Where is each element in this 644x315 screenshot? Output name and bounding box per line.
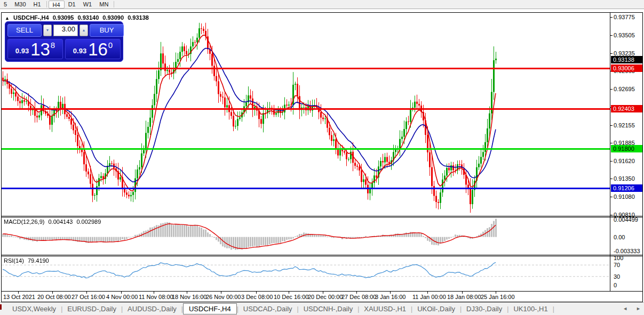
- time-axis[interactable]: 13 Oct 202120 Oct 08:0027 Oct 16:004 Nov…: [2, 291, 642, 302]
- buy-price-prefix: 0.93: [73, 47, 86, 55]
- timeframe-list: 5M30H1H4D1W1MN: [0, 0, 116, 9]
- macd-axis-tick: -0.003333: [614, 248, 640, 254]
- chart-tab-eurusd-daily[interactable]: EURUSD-,Daily: [62, 304, 121, 314]
- rsi-canvas[interactable]: [2, 256, 610, 291]
- price-axis-tick: 0.93775: [614, 14, 635, 20]
- chart-tab-audusd-daily[interactable]: AUDUSD-,Daily: [123, 304, 181, 314]
- timeframe-button-d1[interactable]: D1: [65, 1, 79, 9]
- time-axis-label: 11 Jan 00:00: [412, 294, 446, 300]
- axis-tick-mark: [610, 53, 613, 54]
- buy-price-display[interactable]: 0.93 16 0: [65, 39, 121, 59]
- trading-terminal: 5M30H1H4D1W1MN ▲ USDCHF-,H4 0.93095 0.93…: [0, 0, 644, 315]
- time-axis-label: 18 Nov 16:00: [172, 294, 206, 300]
- volume-decrease-button[interactable]: ▼: [43, 25, 52, 36]
- time-axis-label: 3 Jan 16:00: [375, 294, 406, 300]
- axis-tick-mark: [610, 161, 613, 161]
- ohlc-low: 0.93090: [102, 14, 124, 21]
- chart-tab-uk100-h1[interactable]: UK100-,H1: [508, 304, 552, 314]
- price-axis-tick: 0.91620: [614, 158, 635, 164]
- axis-tick-mark: [610, 89, 613, 90]
- sell-price-display[interactable]: 0.93 13 8: [7, 39, 63, 59]
- macd-axis: 0.0044990.00-0.003333: [610, 217, 643, 255]
- time-axis-label: 10 Dec 16:00: [274, 294, 308, 300]
- timeframe-button-5[interactable]: 5: [0, 1, 11, 9]
- chart-title: ▲ USDCHF-,H4 0.93095 0.93140 0.93090 0.9…: [5, 14, 151, 21]
- sell-button[interactable]: SELL: [7, 24, 42, 37]
- price-level-badge: 0.91206: [611, 184, 642, 192]
- ohlc-open: 0.93095: [53, 14, 74, 21]
- rsi-name: RSI(14): [4, 257, 24, 264]
- price-axis-tick: 0.93505: [614, 32, 635, 38]
- macd-pane: MACD(12,26,9) 0.004143 0.002989 0.004499…: [2, 217, 642, 255]
- rsi-value: 79.4190: [28, 257, 49, 264]
- macd-signal-value: 0.002989: [76, 219, 101, 225]
- rsi-axis: 10070300: [610, 256, 643, 291]
- price-axis-tick: 0.91080: [614, 193, 635, 200]
- time-axis-label: 11 Nov 08:00: [139, 294, 173, 300]
- price-level-badge: 0.93138: [611, 56, 642, 63]
- ohlc-high: 0.93140: [78, 14, 99, 21]
- chart-tab-xauusd-h1[interactable]: XAUUSD-,H1: [359, 304, 411, 314]
- rsi-axis-tick: 30: [614, 273, 620, 280]
- chart-tab-usdchf-h4[interactable]: USDCHF-,H4: [183, 303, 237, 314]
- rsi-pane: RSI(14) 79.4190 10070300: [2, 256, 642, 291]
- chart-tab-usdx-weekly[interactable]: USDX,Weekly: [7, 304, 61, 314]
- buy-button[interactable]: BUY: [90, 24, 124, 37]
- chart-tab-dj30-daily[interactable]: DJ30-,Daily: [462, 304, 507, 314]
- timeframe-button-mn[interactable]: MN: [96, 1, 112, 9]
- buy-price-pips: 16: [88, 42, 108, 58]
- time-axis-label: 20 Oct 08:00: [37, 294, 71, 300]
- price-axis-tick: 0.92695: [614, 86, 635, 92]
- time-axis-label: 27 Oct 16:00: [71, 294, 105, 300]
- one-click-trading-panel: SELL ▼ 3.00 ▲ BUY 0.93 13 8: [5, 21, 123, 62]
- axis-tick-mark: [610, 215, 613, 215]
- axis-tick-mark: [610, 197, 613, 197]
- toolbar-separator: [114, 1, 114, 7]
- tab-separator: |: [553, 305, 554, 313]
- price-level-badge: 0.92403: [611, 105, 642, 112]
- tab-scroll-left-icon[interactable]: ◄: [623, 306, 627, 311]
- macd-label: MACD(12,26,9) 0.004143 0.002989: [4, 219, 103, 225]
- rsi-axis-tick: 70: [614, 262, 620, 268]
- sell-price-prefix: 0.93: [15, 47, 29, 55]
- volume-increase-button[interactable]: ▲: [79, 25, 88, 36]
- rsi-label: RSI(14) 79.4190: [4, 257, 51, 264]
- volume-input[interactable]: 3.00: [53, 25, 78, 36]
- macd-name: MACD(12,26,9): [4, 219, 44, 225]
- tab-scroll-right-icon[interactable]: ►: [636, 306, 641, 311]
- time-axis-label: 25 Jan 16:00: [481, 294, 515, 300]
- tab-scroll-nav: ◄ ►: [623, 306, 641, 311]
- chart-tab-usdcnh-daily[interactable]: USDCNH-,Daily: [299, 304, 357, 314]
- macd-axis-tick: 0.00: [614, 234, 625, 240]
- axis-tick-mark: [610, 143, 613, 143]
- timeframe-toolbar: 5M30H1H4D1W1MN: [0, 0, 644, 9]
- collapse-chart-icon[interactable]: ▲: [5, 15, 10, 21]
- time-axis-label: 27 Dec 08:00: [341, 294, 376, 300]
- timeframe-button-h4[interactable]: H4: [49, 1, 65, 9]
- toolbar-separator: [46, 1, 47, 7]
- time-axis-label: 26 Nov 00:00: [206, 294, 241, 300]
- axis-tick-mark: [610, 17, 613, 18]
- timeframe-button-w1[interactable]: W1: [79, 1, 96, 9]
- price-axis-tick: 0.92155: [614, 122, 635, 128]
- time-axis-label: 4 Nov 00:00: [106, 294, 138, 300]
- chart-tab-bar: USDX,Weekly|EURUSD-,Daily|AUDUSD-,Daily|…: [0, 302, 644, 315]
- macd-axis-tick: 0.004499: [614, 216, 638, 223]
- timeframe-button-m30[interactable]: M30: [11, 1, 29, 9]
- axis-tick-mark: [610, 179, 613, 179]
- rsi-axis-tick: 0: [614, 282, 617, 288]
- price-axis[interactable]: 0.937750.935050.932350.929650.926950.924…: [610, 13, 643, 216]
- rsi-axis-tick: 100: [614, 255, 623, 261]
- sell-price-point: 8: [51, 41, 55, 50]
- chart-tab-ukoil-daily[interactable]: UKOil-,Daily: [412, 304, 460, 314]
- price-axis-tick: 0.91350: [614, 175, 635, 182]
- time-axis-label: 3 Dec 08:00: [241, 294, 273, 300]
- chart-tab-usdcad-daily[interactable]: USDCAD-,Daily: [238, 304, 297, 314]
- timeframe-button-h1[interactable]: H1: [30, 1, 45, 9]
- price-pane: ▲ USDCHF-,H4 0.93095 0.93140 0.93090 0.9…: [2, 13, 642, 216]
- time-axis-label: 18 Jan 08:00: [447, 294, 481, 300]
- time-axis-label: 20 Dec 00:00: [308, 294, 343, 300]
- sell-price-pips: 13: [30, 42, 50, 58]
- price-level-badge: 0.91800: [611, 145, 642, 152]
- axis-tick-mark: [610, 125, 613, 126]
